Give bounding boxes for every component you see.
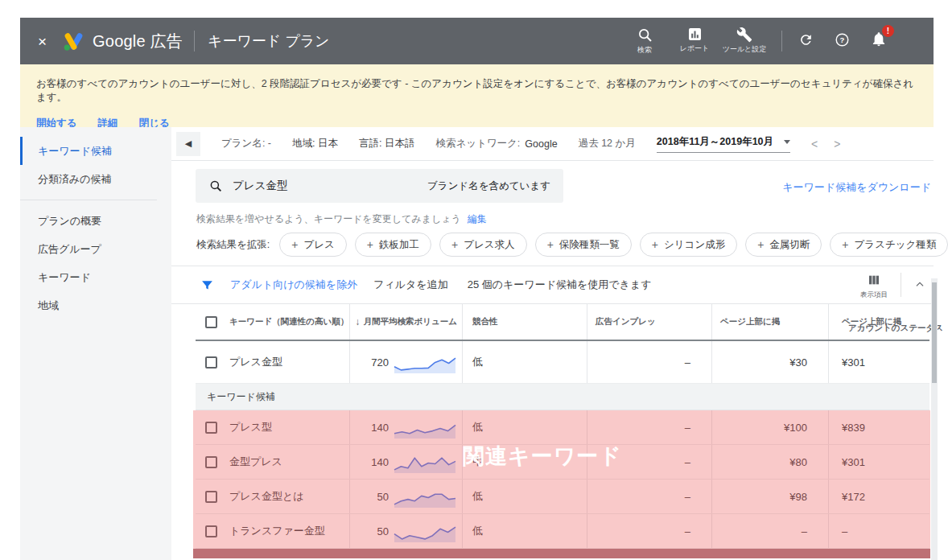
search-volume-sparkline <box>393 350 457 374</box>
expand-chip-label: プレス <box>303 238 334 252</box>
sidebar-item-keywords[interactable]: キーワード <box>20 263 171 291</box>
row-checkbox[interactable] <box>205 422 217 434</box>
expand-chip-label: プラスチック種類 <box>855 238 937 252</box>
sidebar-item-locations[interactable]: 地域 <box>20 291 171 319</box>
row-checkbox[interactable] <box>205 525 217 537</box>
expand-chip[interactable]: +保険種類一覧 <box>535 233 632 257</box>
topbar-nav-label: ツールと設定 <box>723 45 767 55</box>
competition-cell: 低 <box>463 410 587 444</box>
magnifier-icon <box>208 179 223 193</box>
expand-chips: +プレス+鉄板加工+プレス求人+保険種類一覧+シリコン成形+金属切断+プラスチッ… <box>279 233 948 257</box>
tools-icon <box>736 27 752 43</box>
banner-message: お客様のすべてのアカウントのユーザーに対し、2 段階認証プロセスが必要です - … <box>36 77 917 105</box>
topbar-nav-tools[interactable]: ツールと設定 <box>722 27 767 55</box>
keyword-cell: プレス型 <box>226 410 350 444</box>
security-banner: お客様のすべてのアカウントのユーザーに対し、2 段階認証プロセスが必要です - … <box>20 64 934 127</box>
topbar-divider <box>781 31 782 51</box>
refresh-button[interactable] <box>798 32 814 51</box>
main-content: ◀ プラン名: - 地域: 日本 言語: 日本語 検索ネットワーク: Googl… <box>171 127 934 560</box>
columns-label: 表示項目 <box>860 290 888 300</box>
table-row: プレス金型とは50低–¥98¥172 <box>196 480 929 514</box>
back-button[interactable]: ◀ <box>176 132 200 156</box>
sidebar-item-ad-groups[interactable]: 広告グループ <box>20 235 171 263</box>
vertical-scrollbar[interactable] <box>931 278 938 560</box>
volume-value: 50 <box>377 525 389 537</box>
help-button[interactable]: ? <box>835 32 850 51</box>
row-checkbox[interactable] <box>205 456 217 468</box>
sidebar-item-keyword-ideas[interactable]: キーワード候補 <box>20 137 171 165</box>
keyword-cell: プレス金型 <box>226 341 350 383</box>
plus-icon: + <box>757 238 764 251</box>
plus-icon: + <box>291 238 298 251</box>
keyword-text: プレス金型とは <box>229 489 304 504</box>
close-icon[interactable]: × <box>38 34 47 49</box>
collapse-chevron-up-icon[interactable] <box>914 279 925 290</box>
next-period-button[interactable]: > <box>834 138 840 150</box>
edit-link[interactable]: 編集 <box>468 212 487 226</box>
language-field[interactable]: 言語: 日本語 <box>359 137 414 150</box>
expand-chip[interactable]: +プラスチック種類 <box>830 233 948 257</box>
topbar-nav: 検索レポートツールと設定 <box>622 27 767 56</box>
exclude-adult-link[interactable]: アダルト向けの候補を除外 <box>230 278 357 292</box>
keyword-cell: トランスファー金型 <box>226 514 350 548</box>
scrollbar-thumb[interactable] <box>932 282 937 383</box>
network-label: 検索ネットワーク: <box>435 137 520 150</box>
row-checkbox[interactable] <box>205 491 217 503</box>
table-header-row: キーワード（関連性の高い順） ↓ 月間平均検索ボリューム 競合性 広告インプレッ… <box>196 304 929 341</box>
ad-impression-cell: – <box>587 410 712 444</box>
ad-impression-cell: – <box>587 445 712 479</box>
search-query: プレス金型 <box>233 179 287 193</box>
top-bid-low-cell: – <box>712 514 829 548</box>
plan-name-field[interactable]: プラン名: - <box>221 137 271 150</box>
brand-title: Google 広告 <box>93 31 183 52</box>
volume-value: 140 <box>371 422 389 434</box>
search-volume-sparkline <box>393 415 457 439</box>
keyword-count-text: 25 個のキーワード候補を使用できます <box>468 278 652 292</box>
sidebar-item-grouped-ideas[interactable]: 分類済みの候補 <box>20 165 171 193</box>
network-value: Google <box>525 138 557 150</box>
expand-search-row: 検索結果を拡張: +プレス+鉄板加工+プレス求人+保険種類一覧+シリコン成形+金… <box>196 233 948 257</box>
search-icon <box>637 27 653 43</box>
competition-cell: 低 <box>463 341 587 383</box>
select-all-checkbox[interactable] <box>205 316 217 328</box>
period-pagination: < > <box>811 138 840 150</box>
columns-button[interactable]: 表示項目 <box>860 270 888 300</box>
top-bid-high-cell: ¥839 <box>829 410 929 444</box>
top-bid-high-cell: ¥301 <box>829 341 929 383</box>
header-ad-impression: 広告インプレッ <box>587 304 712 340</box>
expand-chip[interactable]: +プレス <box>279 233 347 257</box>
table-row: プレス型140低–¥100¥839 <box>196 410 929 445</box>
keyword-text: トランスファー金型 <box>229 524 325 538</box>
search-volume-sparkline <box>393 519 457 543</box>
page-title: キーワード プラン <box>208 31 330 51</box>
topbar-nav-search[interactable]: 検索 <box>622 27 667 56</box>
header-top-bid-low: ページ上部に掲 <box>712 304 829 340</box>
keyword-search-input[interactable]: プレス金型 ブランド名を含めています <box>196 169 563 203</box>
network-field[interactable]: 検索ネットワーク: Google <box>435 137 557 150</box>
location-field[interactable]: 地域: 日本 <box>292 137 338 150</box>
topbar-nav-report[interactable]: レポート <box>672 27 717 54</box>
topbar-actions: ?! <box>798 31 887 51</box>
sidebar-item-plan-overview[interactable]: プランの概要 <box>20 207 171 235</box>
header-keyword[interactable]: キーワード（関連性の高い順） ↓ <box>226 304 350 340</box>
plus-icon: + <box>652 238 658 251</box>
row-checkbox[interactable] <box>205 356 217 369</box>
table-row: プレス金型720低–¥30¥301 <box>196 341 929 384</box>
volume-value: 720 <box>371 356 389 369</box>
expand-chip-label: 鉄板加工 <box>379 238 419 252</box>
expand-chip[interactable]: +プレス求人 <box>439 233 527 257</box>
expand-chip-label: プレス求人 <box>464 238 514 252</box>
add-filter-button[interactable]: フィルタを追加 <box>373 278 448 292</box>
sidebar-divider <box>20 200 157 200</box>
filterbar-divider <box>901 273 901 297</box>
expand-chip-label: 保険種類一覧 <box>559 238 620 252</box>
notifications-button[interactable]: ! <box>871 31 887 51</box>
volume-cell: 140 <box>350 410 463 444</box>
date-range-selector[interactable]: 2018年11月～2019年10月 <box>657 135 790 153</box>
expand-chip[interactable]: +鉄板加工 <box>355 233 431 257</box>
prev-period-button[interactable]: < <box>811 138 818 150</box>
ad-impression-cell: – <box>587 341 712 383</box>
expand-chip[interactable]: +シリコン成形 <box>640 233 737 257</box>
download-keywords-link[interactable]: キーワード候補をダウンロード <box>782 180 931 195</box>
expand-chip[interactable]: +金属切断 <box>745 233 822 257</box>
